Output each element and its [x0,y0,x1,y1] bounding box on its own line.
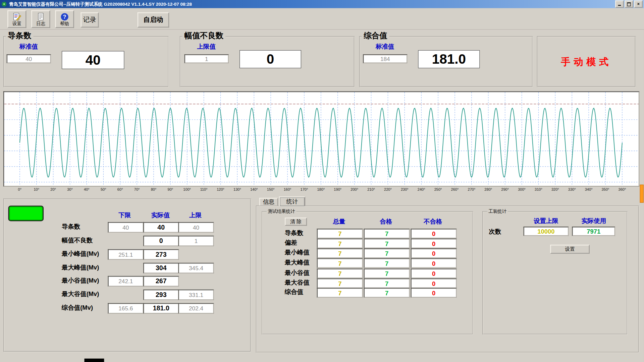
stat-fail-field-3: 0 [411,258,457,268]
x-axis-tick-label: 170° [298,187,311,191]
result-high-value: 345.4 [189,265,203,272]
bar-count-ref-input[interactable]: 40 [7,54,51,63]
x-axis-tick-label: 30° [63,187,76,191]
stat-pass-value: 7 [385,280,388,287]
x-axis-tick-label: 360° [615,187,629,191]
stat-fail-value: 0 [432,289,435,296]
result-high-field-5: 331.1 [178,290,214,300]
stat-total-field-1: 7 [317,239,363,248]
close-button[interactable]: × [634,0,643,8]
settings-button[interactable]: 设置 [7,10,26,28]
application-window: 青岛艾普智能仪器有限公司--压铸转子测试系统 G202008042 V1.1.4… [0,0,644,362]
x-axis-tick-label: 230° [398,187,411,191]
settings-icon [12,12,21,21]
result-low-field-2: 251.1 [108,249,144,260]
stat-pass-field-6: 7 [364,288,410,298]
x-axis-tick-label: 110° [197,187,210,191]
stat-pass-field-4: 7 [364,268,410,278]
tooling-count-label: 次数 [489,228,501,236]
stat-pass-value: 7 [385,250,388,257]
bar-count-ref-label: 标准值 [19,43,38,51]
result-actual-value: 181.0 [153,305,169,312]
x-axis-tick-label: 140° [248,187,261,191]
stat-row-label-6: 综合值 [285,288,303,296]
stat-row-label-1: 偏差 [285,239,297,247]
stat-total-value: 7 [338,250,341,257]
stat-total-value: 7 [338,240,341,247]
results-header-high: 上限 [179,212,212,219]
mode-panel: 手动模式 [537,36,636,87]
autostart-button[interactable]: 自启动 [138,12,169,27]
result-row-label-5: 最大谷值(Mv) [62,290,99,298]
stat-pass-field-3: 7 [364,258,410,268]
stat-pass-value: 7 [385,270,388,277]
stat-fail-field-6: 0 [411,288,457,298]
result-low-field-0: 40 [108,222,144,233]
stat-row-label-3: 最大峰值 [285,259,310,266]
stat-row-label-2: 最小峰值 [285,249,310,256]
amplitude-defect-display: 0 [239,50,301,68]
stat-fail-value: 0 [432,280,435,287]
stat-fail-value: 0 [432,260,435,267]
stat-total-value: 7 [338,289,341,296]
x-axis-tick-label: 160° [281,187,294,191]
stat-fail-value: 0 [432,240,435,247]
x-axis-tick-label: 240° [415,187,428,191]
tab-stats[interactable]: 统计 [279,196,306,206]
result-actual-field-4: 267 [143,276,179,287]
result-high-value: 40 [193,224,199,231]
composite-ref-input[interactable]: 184 [363,54,407,63]
x-axis-tick-label: 250° [431,187,444,191]
x-axis-tick-label: 50° [97,187,110,191]
x-axis-tick-label: 80° [147,187,160,191]
app-icon [1,1,7,7]
clear-button[interactable]: 清 除 [285,218,307,226]
log-button[interactable]: 日志 [31,10,50,28]
result-actual-value: 293 [156,291,167,299]
waveform-chart [3,91,640,187]
results-panel [3,199,251,352]
amplitude-defect-ref-input[interactable]: 1 [184,54,229,63]
result-row-label-0: 导条数 [62,223,80,231]
stat-pass-field-1: 7 [364,239,410,248]
help-icon: ? [60,12,69,21]
scrollbar-thumb[interactable] [640,185,644,203]
result-actual-value: 273 [156,251,167,258]
minimize-button[interactable] [615,0,624,8]
test-stats-group-title: 测试结果统计 [267,208,296,215]
x-axis-tick-label: 70° [130,187,143,191]
x-axis-tick-label: 290° [498,187,512,191]
x-axis-tick-label: 40° [80,187,93,191]
x-axis-tick-label: 280° [482,187,495,191]
x-axis-tick-label: 320° [549,187,562,191]
result-high-value: 202.4 [189,305,203,312]
composite-ref-value: 184 [380,56,390,62]
x-axis-tick-label: 350° [599,187,612,191]
bar-count-ref-value: 40 [25,56,32,62]
result-low-value: 165.6 [118,305,133,312]
x-axis-tick-label: 200° [348,187,361,191]
stat-total-field-6: 7 [317,288,363,298]
log-button-label: 日志 [36,21,45,25]
restore-icon [627,2,631,6]
help-button[interactable]: ? 帮助 [55,10,74,28]
result-row-label-4: 最小谷值(Mv) [62,277,99,285]
stats-header-pass: 合格 [370,218,402,226]
amplitude-defect-title: 幅值不良数 [182,31,225,41]
result-low-value: 251.1 [118,251,133,258]
stat-row-label-5: 最大谷值 [285,279,310,287]
tooling-used-value: 7971 [587,228,600,235]
stats-header-fail: 不合格 [415,218,451,226]
close-icon: × [637,2,640,6]
tab-info[interactable]: 信息 [259,198,278,206]
stat-pass-field-0: 7 [364,229,410,238]
composite-display: 181.0 [418,50,480,68]
stat-total-value: 7 [338,270,341,277]
result-actual-field-2: 273 [143,249,179,260]
result-actual-value: 0 [159,237,163,245]
stat-fail-field-5: 0 [411,279,457,288]
record-button[interactable]: 记录 [80,12,99,27]
result-low-value: 242.1 [118,278,133,285]
restore-button[interactable] [625,0,633,8]
tooling-settings-button[interactable]: 设置 [550,245,590,254]
